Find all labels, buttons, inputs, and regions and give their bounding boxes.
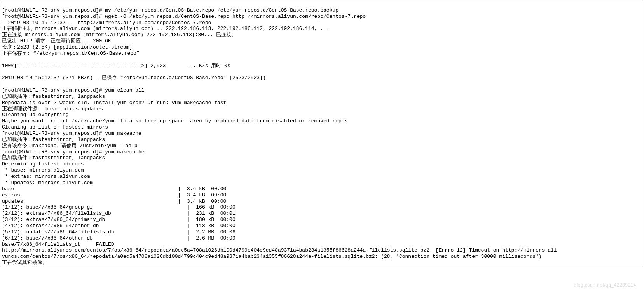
wget-output-line: 长度：2523 (2.5K) [application/octet-stream…: [2, 44, 132, 50]
makecache-output-line: * updates: mirrors.aliyun.com: [2, 180, 93, 186]
prompt: [root@MiWiFi-R3-srv yum.repos.d]#: [2, 130, 105, 136]
clean-output-line: Cleaning up everything: [2, 112, 69, 118]
clean-output-line: 已加载插件：fastestmirror, langpacks: [2, 94, 105, 99]
makecache-output-line: 已加载插件：fastestmirror, langpacks: [2, 155, 105, 161]
command-yum-clean: yum clean all: [105, 87, 144, 93]
clean-output-line: Repodata is over 2 weeks old. Install yu…: [2, 100, 226, 106]
prompt: [root@MiWiFi-R3-srv yum.repos.d]#: [2, 7, 105, 13]
prompt: [root@MiWiFi-R3-srv yum.repos.d]#: [2, 87, 105, 93]
clean-output-line: Maybe you want: rm -rf /var/cache/yum, t…: [2, 118, 347, 124]
repo-rows: base | 3.6 kB 00:00 extras | 3.4 kB 00:0…: [2, 186, 226, 204]
wget-output-line: 正在保存至: “/etc/yum.repos.d/CentOS-Base.rep…: [2, 50, 140, 56]
terminal[interactable]: [root@MiWiFi-R3-srv yum.repos.d]# mv /et…: [0, 0, 643, 267]
fail-line: yuncs.com/centos/7/os/x86_64/repodata/a0…: [2, 254, 542, 259]
command-yum-makeache: yum makeache: [105, 130, 141, 136]
fail-line: http://mirrors.aliyuncs.com/centos/7/os/…: [2, 247, 557, 253]
clean-output-line: 正在清理软件源： base extras updates: [2, 106, 103, 112]
prompt: [root@MiWiFi-R3-srv yum.repos.d]#: [2, 149, 105, 155]
wget-output-line: 正在解析主机 mirrors.aliyun.com (mirrors.aliyu…: [2, 26, 330, 31]
makecache-output-line: * base: mirrors.aliyun.com: [2, 167, 84, 173]
download-rows: (1/12): base/7/x86_64/group_gz | 166 kB …: [2, 204, 236, 241]
makecache-output-line: * extras: mirrors.aliyun.com: [2, 174, 90, 179]
wget-output-line: --2019-03-10 15:12:37-- http://mirrors.a…: [2, 20, 211, 26]
clean-output-line: Cleaning up list of fastest mirrors: [2, 124, 108, 130]
makeache-output-line: 已加载插件：fastestmirror, langpacks: [2, 137, 105, 143]
command-mv: mv /etc/yum.repos.d/CentOS-Base.repo /et…: [105, 7, 339, 13]
wget-progress: 100%[===================================…: [2, 63, 230, 69]
wget-output-line: 已发出 HTTP 请求，正在等待回应... 200 OK: [2, 38, 111, 44]
makecache-output-line: Determining fastest mirrors: [2, 161, 84, 167]
wget-done: 2019-03-10 15:12:37 (371 MB/s) - 已保存 “/e…: [2, 75, 266, 81]
command-yum-makecache: yum makecache: [105, 149, 144, 155]
makeache-output-line: 没有该命令：makeache。请使用 /usr/bin/yum --help: [2, 143, 137, 149]
wget-output-line: 正在连接 mirrors.aliyun.com (mirrors.aliyun.…: [2, 32, 236, 38]
fail-line: 正在尝试其它镜像。: [2, 260, 47, 266]
fail-line: base/7/x86_64/filelists_db FAILED: [2, 242, 114, 247]
prompt: [root@MiWiFi-R3-srv yum.repos.d]#: [2, 14, 105, 19]
command-wget: wget -O /etc/yum.repos.d/CentOS-Base.rep…: [105, 14, 366, 19]
